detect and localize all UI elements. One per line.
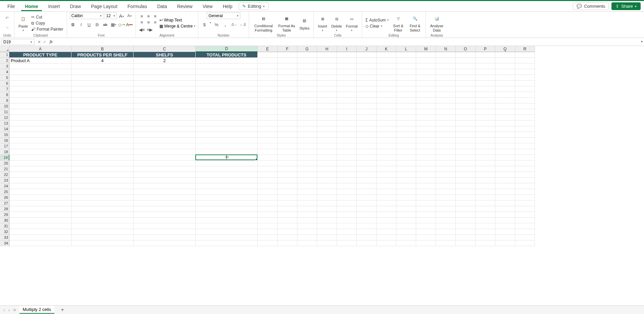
- select-all-corner[interactable]: [0, 46, 9, 52]
- cell-M24[interactable]: [416, 183, 436, 189]
- cell-O12[interactable]: [456, 115, 476, 121]
- cell-O16[interactable]: [456, 138, 476, 143]
- cell-E33[interactable]: [258, 235, 278, 240]
- cell-D3[interactable]: [196, 63, 258, 69]
- cell-J15[interactable]: [357, 132, 377, 138]
- cell-B24[interactable]: [71, 183, 134, 189]
- cell-J7[interactable]: [357, 86, 377, 92]
- row-header-22[interactable]: 22: [0, 172, 9, 178]
- cell-F9[interactable]: [278, 98, 297, 103]
- tab-view[interactable]: View: [199, 2, 217, 11]
- cell-G30[interactable]: [297, 218, 317, 223]
- cell-D25[interactable]: [196, 189, 258, 195]
- merge-center-button[interactable]: ▦Merge & Centre▾: [159, 24, 196, 29]
- undo-button[interactable]: ↶: [5, 16, 9, 20]
- cell-H18[interactable]: [317, 149, 337, 155]
- cell-C21[interactable]: [134, 166, 196, 172]
- row-header-5[interactable]: 5: [0, 75, 9, 81]
- cell-A8[interactable]: [9, 92, 71, 98]
- cell-C14[interactable]: [134, 126, 196, 132]
- cell-A17[interactable]: [9, 143, 71, 149]
- cell-A20[interactable]: [9, 161, 71, 166]
- cell-K14[interactable]: [377, 126, 396, 132]
- cell-J20[interactable]: [357, 161, 377, 166]
- grow-font-button[interactable]: A▴: [118, 12, 125, 19]
- cell-R16[interactable]: [515, 138, 535, 143]
- cell-K25[interactable]: [377, 189, 396, 195]
- cell-P27[interactable]: [476, 200, 495, 206]
- cell-M22[interactable]: [416, 172, 436, 178]
- cell-H25[interactable]: [317, 189, 337, 195]
- cell-G34[interactable]: [297, 240, 317, 246]
- cell-F8[interactable]: [278, 92, 297, 98]
- cell-L23[interactable]: [396, 178, 416, 183]
- cell-C23[interactable]: [134, 178, 196, 183]
- cell-P15[interactable]: [476, 132, 495, 138]
- cell-J16[interactable]: [357, 138, 377, 143]
- cell-F26[interactable]: [278, 195, 297, 200]
- cell-B14[interactable]: [71, 126, 134, 132]
- cell-G9[interactable]: [297, 98, 317, 103]
- cell-R25[interactable]: [515, 189, 535, 195]
- cell-B30[interactable]: [71, 218, 134, 223]
- cell-Q2[interactable]: [495, 58, 515, 63]
- cell-C6[interactable]: [134, 81, 196, 86]
- cell-R30[interactable]: [515, 218, 535, 223]
- font-size-select[interactable]: 12▾: [105, 12, 117, 19]
- cell-L2[interactable]: [396, 58, 416, 63]
- cell-J2[interactable]: [357, 58, 377, 63]
- cell-E6[interactable]: [258, 81, 278, 86]
- decrease-decimal-button[interactable]: ←.0: [239, 21, 246, 28]
- row-header-10[interactable]: 10: [0, 103, 9, 109]
- cell-L4[interactable]: [396, 69, 416, 75]
- cell-D14[interactable]: [196, 126, 258, 132]
- cell-P25[interactable]: [476, 189, 495, 195]
- comments-button[interactable]: 💬 Comments: [573, 2, 609, 10]
- cell-F29[interactable]: [278, 212, 297, 218]
- cell-N17[interactable]: [436, 143, 456, 149]
- cell-A29[interactable]: [9, 212, 71, 218]
- cell-E31[interactable]: [258, 223, 278, 229]
- cell-D28[interactable]: [196, 206, 258, 212]
- cell-M20[interactable]: [416, 161, 436, 166]
- cell-I28[interactable]: [337, 206, 357, 212]
- cell-P30[interactable]: [476, 218, 495, 223]
- cell-L6[interactable]: [396, 81, 416, 86]
- cell-L17[interactable]: [396, 143, 416, 149]
- cell-Q24[interactable]: [495, 183, 515, 189]
- row-header-7[interactable]: 7: [0, 86, 9, 92]
- cell-M10[interactable]: [416, 103, 436, 109]
- row-header-29[interactable]: 29: [0, 212, 9, 218]
- cell-J24[interactable]: [357, 183, 377, 189]
- row-header-11[interactable]: 11: [0, 109, 9, 115]
- cell-J31[interactable]: [357, 223, 377, 229]
- align-center-button[interactable]: ≡: [145, 19, 152, 26]
- cell-I34[interactable]: [337, 240, 357, 246]
- cell-O24[interactable]: [456, 183, 476, 189]
- cell-R18[interactable]: [515, 149, 535, 155]
- cell-Q29[interactable]: [495, 212, 515, 218]
- cell-L11[interactable]: [396, 109, 416, 115]
- cell-O20[interactable]: [456, 161, 476, 166]
- cell-E28[interactable]: [258, 206, 278, 212]
- comma-button[interactable]: ,: [222, 21, 229, 28]
- cell-H15[interactable]: [317, 132, 337, 138]
- cell-D30[interactable]: [196, 218, 258, 223]
- cell-L34[interactable]: [396, 240, 416, 246]
- cell-P24[interactable]: [476, 183, 495, 189]
- enter-formula-button[interactable]: ✓: [43, 40, 46, 44]
- cell-D23[interactable]: [196, 178, 258, 183]
- cell-G24[interactable]: [297, 183, 317, 189]
- cell-K33[interactable]: [377, 235, 396, 240]
- cell-O6[interactable]: [456, 81, 476, 86]
- cell-Q33[interactable]: [495, 235, 515, 240]
- cell-B6[interactable]: [71, 81, 134, 86]
- cell-E15[interactable]: [258, 132, 278, 138]
- cell-A15[interactable]: [9, 132, 71, 138]
- cell-R7[interactable]: [515, 86, 535, 92]
- cell-G29[interactable]: [297, 212, 317, 218]
- cell-J26[interactable]: [357, 195, 377, 200]
- cell-O21[interactable]: [456, 166, 476, 172]
- cell-O28[interactable]: [456, 206, 476, 212]
- cell-K13[interactable]: [377, 121, 396, 126]
